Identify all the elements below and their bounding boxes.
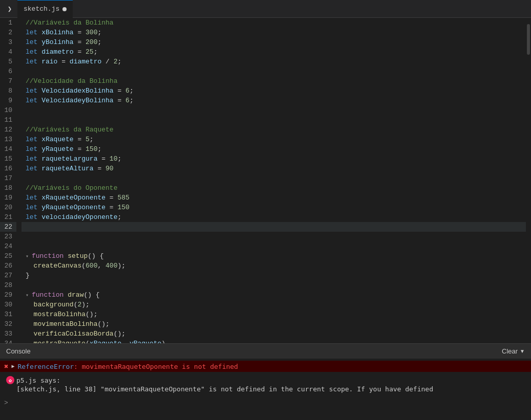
code-line: ▾ function draw() {	[22, 290, 526, 300]
line-number: 1	[0, 18, 16, 28]
token: function	[32, 291, 63, 299]
token: ();	[86, 311, 97, 318]
line-number: 16	[0, 164, 16, 173]
token: ;	[97, 145, 101, 153]
line-number: 14	[0, 144, 16, 154]
line-number: 21	[0, 212, 16, 222]
line-numbers: 1234567891011121314151617181920212223242…	[0, 18, 22, 343]
expand-arrow-icon[interactable]: ▶	[11, 363, 14, 369]
code-line: mostraRaquete(xRaquete, yRaquete)	[22, 339, 526, 343]
code-line: mostraBolinha();	[22, 310, 526, 319]
token: ;	[90, 136, 94, 143]
code-content[interactable]: //Variáveis da Bolinhalet xBolinha = 300…	[22, 18, 526, 343]
token: velocidadeyOponente	[41, 213, 117, 221]
token: movimentaBolinha	[34, 320, 98, 328]
line-number: 30	[0, 300, 16, 310]
token: =	[74, 48, 86, 56]
code-line: //Variáveis do Oponente	[22, 183, 526, 193]
line-number: 19	[0, 193, 16, 203]
line-number: 34	[0, 339, 16, 343]
code-line: }	[22, 271, 526, 280]
token: /	[101, 58, 113, 65]
console-content: ✖ ▶ ReferenceError: movimentaRaqueteOpon…	[0, 359, 531, 420]
code-line: //Variáveis da Raquete	[22, 125, 526, 135]
console-bar: Console Clear ▼	[0, 343, 531, 359]
tab-label: sketch.js	[24, 5, 59, 13]
token: mostraBolinha	[34, 311, 86, 318]
token: () {	[88, 252, 103, 260]
code-line: let xBolinha = 300;	[22, 28, 526, 37]
token: )	[161, 340, 165, 343]
sidebar-toggle[interactable]: ❯	[2, 0, 17, 18]
token: //Variáveis da Raquete	[26, 126, 114, 134]
tab-bar: ❯ sketch.js	[0, 0, 531, 18]
token: =	[74, 38, 86, 46]
token: ();	[114, 330, 125, 338]
vertical-scrollbar[interactable]	[526, 18, 531, 343]
token: createCanvas	[34, 262, 82, 270]
line-number: 5	[0, 57, 16, 67]
token: let	[26, 58, 37, 65]
token: let	[26, 136, 37, 143]
clear-button[interactable]: Clear ▼	[502, 347, 525, 355]
token: ,	[121, 340, 130, 343]
line-number: 22	[0, 222, 16, 232]
token: 200	[86, 38, 97, 46]
line-number: 11	[0, 115, 16, 125]
token: 150	[117, 204, 129, 211]
token: let	[26, 48, 37, 56]
code-line	[22, 232, 526, 241]
console-detail: p5.js says: [sketch.js, line 38] "movime…	[0, 372, 531, 397]
token: yRaqueteOponente	[41, 204, 105, 211]
token: diametro	[41, 48, 73, 56]
code-line: let yBolinha = 200;	[22, 37, 526, 47]
line-number: 29	[0, 290, 16, 300]
fold-arrow-icon[interactable]: ▾	[26, 252, 32, 261]
code-line: ▾ function setup() {	[22, 251, 526, 261]
token: let	[26, 87, 37, 95]
line-number: 17	[0, 173, 16, 183]
token: );	[117, 262, 125, 270]
line-number: 27	[0, 271, 16, 280]
token: ;	[94, 48, 98, 56]
line-number: 32	[0, 319, 16, 329]
token	[26, 340, 34, 343]
token: let	[26, 165, 37, 172]
token: let	[26, 97, 37, 104]
token: ;	[97, 38, 101, 46]
editor-container: ❯ sketch.js 1234567891011121314151617181…	[0, 0, 531, 420]
token: ;	[130, 87, 134, 95]
code-line: let xRaquete = 5;	[22, 135, 526, 144]
token: =	[105, 204, 117, 211]
line-number: 18	[0, 183, 16, 193]
token: =	[74, 136, 86, 143]
token: (	[86, 340, 90, 343]
console-error-row[interactable]: ✖ ▶ ReferenceError: movimentaRaqueteOpon…	[0, 361, 531, 372]
token: 6	[125, 87, 130, 95]
code-line	[22, 222, 526, 232]
error-text: ReferenceError: movimentaRaqueteOponente…	[17, 363, 238, 370]
token: raio	[41, 58, 57, 65]
token: xRaqueteOponente	[41, 194, 105, 202]
token: =	[114, 97, 125, 104]
line-number: 15	[0, 154, 16, 164]
file-tab[interactable]: sketch.js	[17, 0, 73, 18]
code-line: let yRaqueteOponente = 150	[22, 203, 526, 212]
token: 90	[105, 165, 114, 172]
token: diametro	[70, 58, 101, 65]
code-line: let yRaquete = 150;	[22, 144, 526, 154]
fold-arrow-icon[interactable]: ▾	[26, 291, 32, 300]
line-number: 9	[0, 96, 16, 105]
token: 300	[86, 29, 97, 36]
code-line: verificaColisaoBorda();	[22, 329, 526, 339]
line-number: 23	[0, 232, 16, 241]
line-number: 8	[0, 86, 16, 96]
p5-logo-icon	[6, 376, 14, 384]
line-number: 13	[0, 135, 16, 144]
token: 585	[117, 194, 129, 202]
chevron-down-icon: ▼	[520, 348, 525, 354]
line-number: 12	[0, 125, 16, 135]
token: let	[26, 213, 37, 221]
scrollbar-thumb[interactable]	[527, 24, 530, 55]
token: //Variáveis da Bolinha	[26, 19, 114, 27]
